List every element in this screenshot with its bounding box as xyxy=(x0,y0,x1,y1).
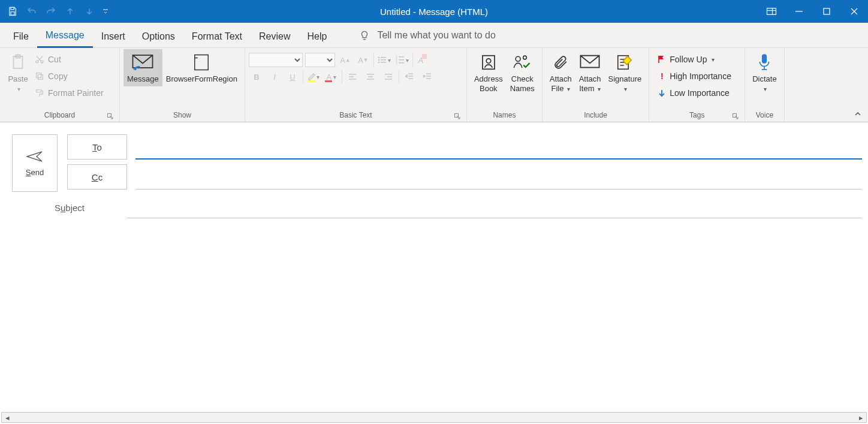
scroll-left-icon[interactable]: ◂ xyxy=(2,413,13,422)
bullets-icon[interactable]: ▾ xyxy=(376,53,392,67)
basic-text-dialog-launcher-icon[interactable] xyxy=(453,112,462,121)
chevron-down-icon: ▾ xyxy=(712,56,715,63)
format-painter-button[interactable]: Format Painter xyxy=(32,85,106,101)
tab-insert[interactable]: Insert xyxy=(93,23,134,48)
group-clipboard: Paste▾ Cut Copy Format Painter Clipboard xyxy=(0,48,120,122)
clear-formatting-icon[interactable]: A xyxy=(415,53,431,67)
browser-region-label: BrowserFormRegion xyxy=(166,74,237,84)
collapse-ribbon-icon[interactable] xyxy=(854,110,862,118)
underline-icon[interactable]: U xyxy=(285,70,300,84)
minimize-icon[interactable] xyxy=(785,0,813,23)
clipboard-dialog-launcher-icon[interactable] xyxy=(106,112,114,121)
subject-input[interactable] xyxy=(127,197,862,218)
group-show-label: Show xyxy=(123,110,241,122)
tab-message[interactable]: Message xyxy=(37,23,93,48)
window-title: Untitled - Message (HTML) xyxy=(0,7,868,17)
svg-rect-0 xyxy=(11,7,14,10)
attach-item-button[interactable]: Attach Item ▾ xyxy=(575,49,605,97)
tab-file[interactable]: File xyxy=(5,23,37,48)
font-color-icon[interactable]: A▾ xyxy=(324,70,339,84)
message-icon xyxy=(132,52,153,73)
grow-font-icon[interactable]: A▲ xyxy=(337,53,353,67)
align-left-icon[interactable] xyxy=(345,70,360,84)
to-button[interactable]: ToTo xyxy=(67,134,127,160)
highlight-icon[interactable]: ▾ xyxy=(306,70,321,84)
maximize-icon[interactable] xyxy=(813,0,840,23)
italic-icon[interactable]: I xyxy=(267,70,282,84)
numbering-icon[interactable]: 123▾ xyxy=(394,53,410,67)
lightbulb-icon xyxy=(359,30,370,41)
svg-rect-4 xyxy=(824,8,830,14)
ribbon-display-icon[interactable] xyxy=(758,0,785,23)
svg-rect-11 xyxy=(38,74,43,79)
attach-item-icon xyxy=(580,52,600,73)
increase-indent-icon[interactable] xyxy=(420,70,435,84)
tab-help[interactable]: Help xyxy=(299,23,336,48)
svg-rect-23 xyxy=(399,56,404,58)
high-importance-button[interactable]: ! High Importance xyxy=(655,68,734,84)
undo-icon[interactable] xyxy=(23,2,41,20)
shrink-font-icon[interactable]: A▼ xyxy=(355,53,371,67)
align-center-icon[interactable] xyxy=(363,70,378,84)
horizontal-scrollbar[interactable]: ◂ ▸ xyxy=(1,412,867,423)
ribbon-tabs: File Message Insert Options Format Text … xyxy=(0,23,868,48)
send-label: SSendend xyxy=(26,168,44,177)
close-icon[interactable] xyxy=(840,0,868,23)
group-names: Address Book Check Names Names xyxy=(467,48,542,122)
paste-icon xyxy=(9,52,27,73)
svg-rect-21 xyxy=(381,62,386,63)
message-body[interactable] xyxy=(12,222,862,231)
to-input[interactable] xyxy=(135,134,862,160)
group-include: Attach File ▾ Attach Item ▾ Signature▾ I… xyxy=(542,48,649,122)
send-icon xyxy=(26,150,44,163)
tell-me-placeholder: Tell me what you want to do xyxy=(377,30,495,41)
window-controls xyxy=(758,0,868,23)
group-voice: Dictate▾ Voice xyxy=(745,48,784,122)
decrease-indent-icon[interactable] xyxy=(402,70,417,84)
tags-dialog-launcher-icon[interactable] xyxy=(731,112,740,121)
save-icon[interactable] xyxy=(4,2,22,20)
font-size-select[interactable] xyxy=(305,53,335,67)
customize-qat-icon[interactable] xyxy=(100,2,111,20)
low-importance-button[interactable]: Low Importance xyxy=(655,85,734,101)
arrow-down-blue-icon xyxy=(658,89,666,97)
paste-button[interactable]: Paste▾ xyxy=(4,49,32,97)
align-right-icon[interactable] xyxy=(381,70,396,84)
redo-icon[interactable] xyxy=(42,2,60,20)
arrow-up-icon[interactable] xyxy=(61,2,79,20)
title-bar: Untitled - Message (HTML) xyxy=(0,0,868,23)
tab-review[interactable]: Review xyxy=(251,23,299,48)
tab-format-text[interactable]: Format Text xyxy=(183,23,251,48)
tell-me[interactable]: Tell me what you want to do xyxy=(359,30,495,41)
cut-button[interactable]: Cut xyxy=(32,52,106,67)
send-button[interactable]: SSendend xyxy=(12,134,58,192)
svg-rect-2 xyxy=(767,8,776,15)
address-book-button[interactable]: Address Book xyxy=(471,49,507,96)
scroll-right-icon[interactable]: ▸ xyxy=(855,413,866,422)
bold-icon[interactable]: B xyxy=(249,70,264,84)
check-names-icon xyxy=(513,52,532,73)
copy-button[interactable]: Copy xyxy=(32,68,106,84)
dictate-label: Dictate xyxy=(752,74,776,83)
signature-button[interactable]: Signature▾ xyxy=(605,49,646,97)
font-name-select[interactable] xyxy=(249,53,303,67)
arrow-down-icon[interactable] xyxy=(80,2,98,20)
follow-up-button[interactable]: Follow Up ▾ xyxy=(655,52,734,67)
group-names-label: Names xyxy=(471,110,538,122)
cc-input[interactable] xyxy=(135,164,862,190)
exclamation-icon: ! xyxy=(658,71,666,81)
svg-point-46 xyxy=(486,59,491,64)
tab-options[interactable]: Options xyxy=(134,23,183,48)
show-message-button[interactable]: Message xyxy=(123,49,162,86)
dictate-button[interactable]: Dictate▾ xyxy=(749,49,780,97)
chevron-down-icon: ▾ xyxy=(17,86,20,92)
browser-region-button[interactable]: BrowserFormRegion xyxy=(162,49,241,86)
cc-button[interactable]: CcCc xyxy=(67,164,127,190)
group-include-label: Include xyxy=(546,110,645,122)
svg-point-47 xyxy=(516,56,520,61)
group-tags-label: Tags xyxy=(689,111,704,119)
paste-label: Paste xyxy=(8,74,28,83)
check-names-button[interactable]: Check Names xyxy=(507,49,538,96)
attach-file-button[interactable]: Attach File ▾ xyxy=(546,49,575,97)
group-basic-text-label: Basic Text xyxy=(339,111,372,119)
